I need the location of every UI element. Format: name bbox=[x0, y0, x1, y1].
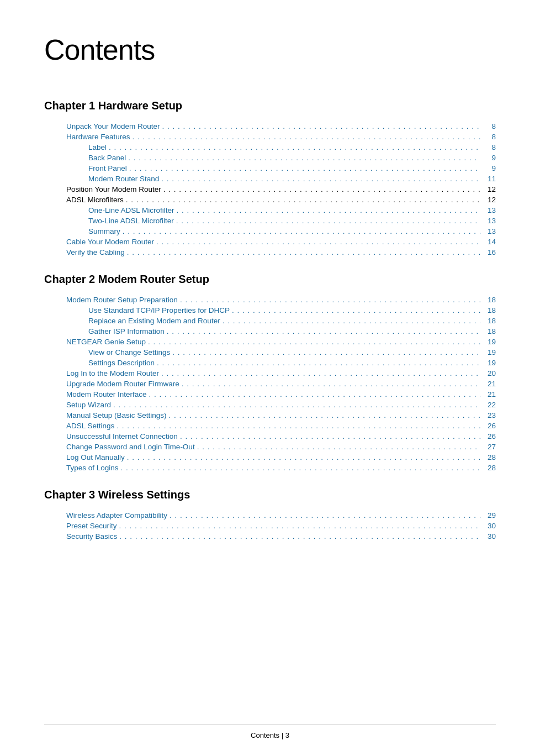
toc-entry: Back Panel . . . . . . . . . . . . . . .… bbox=[44, 154, 496, 162]
toc-page: 22 bbox=[483, 401, 496, 409]
toc-page: 9 bbox=[483, 154, 496, 162]
toc-page: 21 bbox=[483, 380, 496, 388]
toc-entry: Types of Logins . . . . . . . . . . . . … bbox=[44, 464, 496, 472]
toc-label[interactable]: Types of Logins bbox=[66, 464, 119, 472]
toc-entry: Unpack Your Modem Router . . . . . . . .… bbox=[44, 122, 496, 130]
toc-page: 8 bbox=[483, 143, 496, 151]
toc-page: 8 bbox=[483, 133, 496, 141]
toc-page: 9 bbox=[483, 164, 496, 172]
toc-entry: Verify the Cabling . . . . . . . . . . .… bbox=[44, 248, 496, 256]
toc-dots: . . . . . . . . . . . . . . . . . . . . … bbox=[223, 317, 480, 325]
toc-label[interactable]: Preset Security bbox=[66, 522, 117, 530]
toc-entry: Wireless Adapter Compatibility . . . . .… bbox=[44, 511, 496, 519]
toc-entry: Hardware Features . . . . . . . . . . . … bbox=[44, 133, 496, 141]
toc-dots: . . . . . . . . . . . . . . . . . . . . … bbox=[123, 227, 480, 235]
toc-entry: Position Your Modem Router . . . . . . .… bbox=[44, 185, 496, 193]
toc-dots: . . . . . . . . . . . . . . . . . . . . … bbox=[232, 306, 480, 314]
toc-label[interactable]: Wireless Adapter Compatibility bbox=[66, 511, 167, 519]
toc-label[interactable]: Replace an Existing Modem and Router bbox=[88, 317, 220, 325]
toc-label[interactable]: Modem Router Setup Preparation bbox=[66, 296, 178, 304]
toc-page: 27 bbox=[483, 443, 496, 451]
toc-entry: Settings Description . . . . . . . . . .… bbox=[44, 359, 496, 367]
toc-label[interactable]: Two-Line ADSL Microfilter bbox=[88, 217, 174, 225]
toc-page: 30 bbox=[483, 532, 496, 540]
toc-entry: Upgrade Modem Router Firmware . . . . . … bbox=[44, 380, 496, 388]
toc-entry: Gather ISP Information . . . . . . . . .… bbox=[44, 327, 496, 335]
toc-dots: . . . . . . . . . . . . . . . . . . . . … bbox=[161, 369, 480, 377]
toc-page: 13 bbox=[483, 206, 496, 214]
toc-page: 11 bbox=[483, 175, 496, 183]
toc-dots: . . . . . . . . . . . . . . . . . . . . … bbox=[128, 154, 480, 162]
toc-page: 8 bbox=[483, 122, 496, 130]
toc-label[interactable]: Summary bbox=[88, 227, 120, 235]
toc-entry: Replace an Existing Modem and Router . .… bbox=[44, 317, 496, 325]
toc-section-3: Wireless Adapter Compatibility . . . . .… bbox=[44, 511, 496, 540]
toc-entry: Preset Security . . . . . . . . . . . . … bbox=[44, 522, 496, 530]
toc-page: 13 bbox=[483, 227, 496, 235]
toc-entry: One-Line ADSL Microfilter . . . . . . . … bbox=[44, 206, 496, 214]
toc-label[interactable]: Settings Description bbox=[88, 359, 155, 367]
toc-page: 13 bbox=[483, 217, 496, 225]
toc-dots: . . . . . . . . . . . . . . . . . . . . … bbox=[170, 511, 480, 519]
toc-label[interactable]: Gather ISP Information bbox=[88, 327, 165, 335]
toc-label[interactable]: Log Out Manually bbox=[66, 453, 125, 461]
toc-page: 18 bbox=[483, 306, 496, 314]
toc-dots: . . . . . . . . . . . . . . . . . . . . … bbox=[182, 380, 480, 388]
toc-label[interactable]: Cable Your Modem Router bbox=[66, 238, 154, 246]
toc-label[interactable]: Modem Router Stand bbox=[88, 175, 159, 183]
toc-label[interactable]: Unpack Your Modem Router bbox=[66, 122, 160, 130]
toc-dots: . . . . . . . . . . . . . . . . . . . . … bbox=[162, 122, 480, 130]
toc-dots: . . . . . . . . . . . . . . . . . . . . … bbox=[167, 327, 480, 335]
toc-label[interactable]: ADSL Microfilters bbox=[66, 196, 124, 204]
toc-entry: Log Out Manually . . . . . . . . . . . .… bbox=[44, 453, 496, 461]
toc-dots: . . . . . . . . . . . . . . . . . . . . … bbox=[157, 359, 480, 367]
toc-label[interactable]: Manual Setup (Basic Settings) bbox=[66, 411, 167, 419]
toc-page: 23 bbox=[483, 411, 496, 419]
toc-label[interactable]: One-Line ADSL Microfilter bbox=[88, 206, 174, 214]
toc-entry: Log In to the Modem Router . . . . . . .… bbox=[44, 369, 496, 377]
toc-entry: Manual Setup (Basic Settings) . . . . . … bbox=[44, 411, 496, 419]
toc-label[interactable]: Unsuccessful Internet Connection bbox=[66, 432, 178, 440]
chapter-block-3: Chapter 3 Wireless SettingsWireless Adap… bbox=[44, 489, 496, 540]
toc-label[interactable]: Position Your Modem Router bbox=[66, 185, 161, 193]
toc-dots: . . . . . . . . . . . . . . . . . . . . … bbox=[177, 206, 480, 214]
toc-label[interactable]: Use Standard TCP/IP Properties for DHCP bbox=[88, 306, 230, 314]
toc-dots: . . . . . . . . . . . . . . . . . . . . … bbox=[197, 443, 480, 451]
toc-entry: Unsuccessful Internet Connection . . . .… bbox=[44, 432, 496, 440]
toc-entry: Security Basics . . . . . . . . . . . . … bbox=[44, 532, 496, 540]
toc-dots: . . . . . . . . . . . . . . . . . . . . … bbox=[127, 248, 480, 256]
toc-entry: Cable Your Modem Router . . . . . . . . … bbox=[44, 238, 496, 246]
page-container: Contents Chapter 1 Hardware SetupUnpack … bbox=[0, 0, 540, 756]
toc-label[interactable]: ADSL Settings bbox=[66, 422, 114, 430]
toc-label[interactable]: Security Basics bbox=[66, 532, 117, 540]
toc-label[interactable]: View or Change Settings bbox=[88, 348, 170, 356]
toc-label[interactable]: Back Panel bbox=[88, 154, 126, 162]
chapters-container: Chapter 1 Hardware SetupUnpack Your Mode… bbox=[44, 99, 496, 540]
chapter-block-1: Chapter 1 Hardware SetupUnpack Your Mode… bbox=[44, 99, 496, 256]
toc-page: 18 bbox=[483, 327, 496, 335]
toc-label[interactable]: Label bbox=[88, 143, 107, 151]
toc-page: 19 bbox=[483, 348, 496, 356]
toc-label[interactable]: Setup Wizard bbox=[66, 401, 111, 409]
toc-label[interactable]: Change Password and Login Time-Out bbox=[66, 443, 195, 451]
toc-section-1: Unpack Your Modem Router . . . . . . . .… bbox=[44, 122, 496, 256]
toc-label[interactable]: Verify the Cabling bbox=[66, 248, 125, 256]
toc-page: 19 bbox=[483, 359, 496, 367]
toc-dots: . . . . . . . . . . . . . . . . . . . . … bbox=[149, 390, 480, 398]
toc-dots: . . . . . . . . . . . . . . . . . . . . … bbox=[109, 143, 480, 151]
toc-section-2: Modem Router Setup Preparation . . . . .… bbox=[44, 296, 496, 472]
footer: Contents | 3 bbox=[44, 724, 496, 739]
toc-label[interactable]: Hardware Features bbox=[66, 133, 130, 141]
toc-label[interactable]: Modem Router Interface bbox=[66, 390, 147, 398]
toc-dots: . . . . . . . . . . . . . . . . . . . . … bbox=[113, 401, 480, 409]
toc-label[interactable]: NETGEAR Genie Setup bbox=[66, 338, 146, 346]
toc-dots: . . . . . . . . . . . . . . . . . . . . … bbox=[117, 422, 480, 430]
toc-label[interactable]: Upgrade Modem Router Firmware bbox=[66, 380, 179, 388]
toc-entry: Label . . . . . . . . . . . . . . . . . … bbox=[44, 143, 496, 151]
chapter-heading-2: Chapter 2 Modem Router Setup bbox=[44, 273, 496, 286]
toc-label[interactable]: Front Panel bbox=[88, 164, 127, 172]
toc-dots: . . . . . . . . . . . . . . . . . . . . … bbox=[119, 532, 480, 540]
toc-entry: Summary . . . . . . . . . . . . . . . . … bbox=[44, 227, 496, 235]
toc-dots: . . . . . . . . . . . . . . . . . . . . … bbox=[133, 133, 480, 141]
toc-label[interactable]: Log In to the Modem Router bbox=[66, 369, 159, 377]
